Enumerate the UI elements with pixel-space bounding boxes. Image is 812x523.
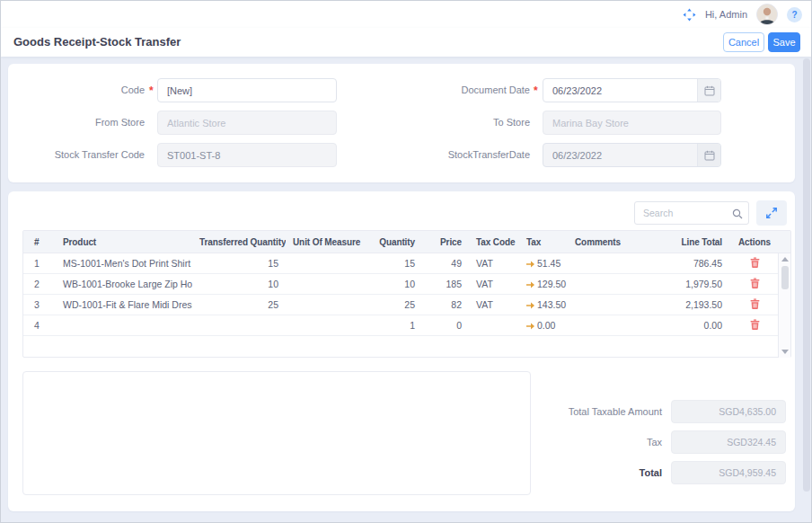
cell-line-total: 2,193.50 [656, 295, 731, 315]
cell-actions [731, 295, 778, 315]
delete-row-button[interactable] [750, 315, 760, 335]
cell-unit-of-measure [286, 274, 363, 294]
col-line-total: Line Total [656, 231, 731, 253]
delete-row-button[interactable] [750, 295, 760, 315]
stock-transfer-code-label: Stock Transfer Code [8, 143, 145, 167]
cancel-button[interactable]: Cancel [723, 32, 764, 52]
document-date-label: Document Date [278, 78, 530, 102]
col-unit-of-measure: Unit Of Measure [286, 231, 363, 253]
cell-row-number: 3 [23, 295, 57, 315]
expand-table-button[interactable] [756, 200, 787, 226]
cell-comments [568, 253, 656, 273]
cell-row-number: 2 [23, 274, 57, 294]
cell-unit-of-measure [286, 315, 363, 335]
cell-unit-of-measure [286, 253, 363, 273]
table-row: 1MS-1001-Men's Dot Print Shirt151549VAT5… [23, 253, 778, 274]
scroll-up-icon[interactable] [781, 257, 789, 262]
col-price: Price [422, 231, 469, 253]
col-actions: Actions [731, 231, 778, 253]
cell-line-total: 786.45 [656, 253, 731, 273]
cell-tax-code: VAT [469, 274, 519, 294]
help-icon[interactable]: ? [787, 7, 802, 22]
titlebar: Goods Receipt-Stock Transfer Cancel Save [1, 28, 811, 57]
quick-actions-icon[interactable] [683, 8, 696, 22]
tax-arrow-icon [526, 275, 534, 294]
table-scrollbar [778, 253, 790, 358]
cell-quantity: 1 [363, 315, 422, 335]
stock-transfer-date-field [543, 143, 721, 167]
cell-actions [731, 274, 778, 294]
col-tax: Tax [519, 231, 568, 253]
page-scrollbar [803, 57, 810, 523]
search-icon [732, 207, 743, 223]
total-taxable-amount-value: SGD4,635.00 [671, 400, 786, 423]
cell-tax-code: VAT [469, 253, 519, 273]
cell-transferred-quantity: 15 [192, 253, 286, 273]
to-store-input [543, 111, 721, 135]
calendar-icon[interactable] [697, 79, 720, 102]
col-quantity: Quantity [363, 231, 422, 253]
table-row: 3WD-1001-Fit & Flare Midi Dress252582VAT… [23, 295, 778, 315]
delete-row-button[interactable] [750, 274, 760, 294]
cell-price: 185 [422, 274, 469, 294]
cell-price: 49 [422, 253, 469, 273]
cell-price: 0 [422, 315, 469, 335]
tax-arrow-icon [526, 316, 534, 335]
tax-arrow-icon [526, 296, 534, 315]
stock-transfer-date-input [543, 144, 697, 166]
tax-label: Tax [412, 430, 662, 454]
page-title: Goods Receipt-Stock Transfer [13, 28, 181, 57]
col-comments: Comments [568, 231, 656, 253]
cell-price: 82 [422, 295, 469, 315]
cell-unit-of-measure [286, 295, 363, 315]
cell-comments [568, 315, 656, 335]
lines-card: # Product Transferred Quantity Unit Of M… [8, 191, 795, 511]
table-header: # Product Transferred Quantity Unit Of M… [23, 231, 790, 253]
cell-comments [568, 295, 656, 315]
to-store-label: To Store [278, 111, 530, 135]
total-taxable-amount-label: Total Taxable Amount [412, 400, 662, 423]
cell-product: WD-1001-Fit & Flare Midi Dress [57, 295, 192, 315]
cell-product: MS-1001-Men's Dot Print Shirt [57, 253, 192, 273]
table-search [634, 201, 749, 225]
cell-comments [568, 274, 656, 294]
table-row: 4100.000.00 [23, 315, 778, 336]
cell-transferred-quantity: 10 [192, 274, 286, 294]
cell-tax-code [469, 315, 519, 335]
save-button[interactable]: Save [768, 32, 800, 52]
col-tax-code: Tax Code [469, 231, 519, 253]
scroll-down-icon[interactable] [781, 350, 789, 354]
cell-transferred-quantity: 25 [192, 295, 286, 315]
total-value: SGD4,959.45 [671, 461, 786, 484]
cell-tax: 51.45 [519, 253, 568, 273]
cell-tax: 129.50 [519, 274, 568, 294]
app-window: Hi, Admin ? Goods Receipt-Stock Transfer… [0, 0, 812, 523]
header-form-card: Code * From Store Stock Transfer Code Do… [8, 64, 795, 182]
required-marker: * [534, 78, 538, 102]
cell-quantity: 15 [363, 253, 422, 273]
delete-row-button[interactable] [750, 253, 760, 273]
document-date-input[interactable] [543, 79, 697, 102]
document-date-field [543, 78, 721, 102]
cell-tax: 143.50 [519, 295, 568, 315]
user-avatar[interactable] [756, 4, 778, 25]
cell-tax: 0.00 [519, 315, 568, 335]
cell-line-total: 1,979.50 [656, 274, 731, 294]
cell-actions [731, 315, 778, 335]
cell-actions [731, 253, 778, 273]
total-label: Total [412, 461, 662, 484]
table-scrollbar-thumb[interactable] [781, 266, 789, 289]
page-scrollbar-thumb[interactable] [803, 58, 810, 492]
cell-row-number: 4 [23, 315, 57, 335]
cell-product: WB-1001-Brooke Large Zip Hobo [57, 274, 192, 294]
code-label: Code [8, 78, 145, 102]
calendar-icon [697, 144, 720, 166]
table-body-rows: 1MS-1001-Men's Dot Print Shirt151549VAT5… [23, 253, 778, 358]
cell-row-number: 1 [23, 253, 57, 273]
required-marker: * [149, 78, 154, 102]
topbar: Hi, Admin ? [1, 1, 811, 28]
col-product: Product [57, 231, 192, 253]
cell-product [57, 315, 192, 335]
stock-transfer-date-label: StockTransferDate [278, 143, 530, 167]
line-items-table: # Product Transferred Quantity Unit Of M… [22, 230, 791, 358]
